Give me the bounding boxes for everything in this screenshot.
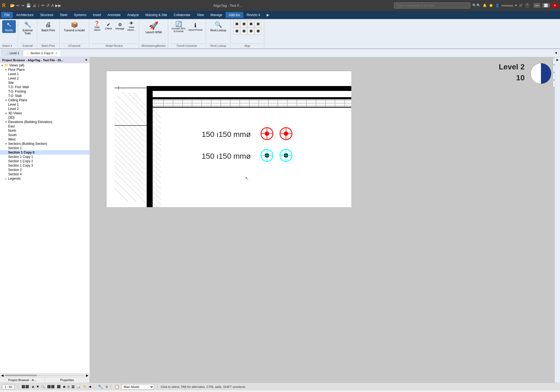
align-btn-3[interactable]: ⬛ [248, 21, 254, 27]
menu-manage[interactable]: Manage [207, 12, 225, 18]
menu-systems[interactable]: Systems [70, 12, 90, 18]
status-icon-view2[interactable]: ⬛ [57, 385, 61, 388]
status-icon-measure[interactable]: 📏 [83, 385, 87, 388]
scroll-left-icon[interactable]: ◀ [1, 373, 4, 377]
user-dropdown-icon[interactable]: ▾ [515, 4, 517, 7]
menu-architecture[interactable]: Architecture [13, 12, 37, 18]
tree-north[interactable]: North [0, 128, 90, 133]
tree-legends[interactable]: ▷ Legends [0, 176, 90, 181]
status-icon-view1[interactable]: ⬛⬛ [47, 385, 55, 388]
tree-south[interactable]: South [0, 133, 90, 137]
tree-section1copy0[interactable]: Section 1 Copy 0 [0, 150, 90, 155]
tab-close-button[interactable]: ✕ [55, 52, 57, 55]
tree-toslab[interactable]: T.O. Slab [0, 94, 90, 98]
tree-level2-cp[interactable]: Level 2 [0, 107, 90, 111]
open-icon[interactable]: 📂 [10, 3, 15, 8]
menu-structure[interactable]: Structure [37, 12, 57, 18]
status-icon-screen[interactable]: 🖥 [31, 385, 34, 388]
menu-more[interactable]: ▶ [263, 12, 272, 18]
tree-section1copy1[interactable]: Section 1 Copy 1 [0, 155, 90, 159]
tab-collapse-icon[interactable]: ▼ [553, 50, 559, 56]
search-input[interactable] [394, 2, 470, 8]
rotate-icon[interactable]: ↺ [46, 3, 50, 8]
menu-insert[interactable]: Insert [90, 12, 104, 18]
status-icon-analysis[interactable]: 📊 [77, 385, 81, 388]
tree-3d[interactable]: {3D} [0, 115, 90, 120]
align-btn-2[interactable]: ⬛ [241, 21, 247, 27]
menu-revizto[interactable]: Revizto 4 [243, 12, 263, 18]
align-btn-4[interactable]: ⬛ [255, 21, 261, 27]
tab-level1[interactable]: ⬜ Level 1 [1, 50, 23, 56]
text-icon[interactable]: A [51, 3, 54, 8]
drawing-canvas[interactable]: 150 ı150 mmø 150 ı150 mmø ↖ [106, 71, 351, 207]
tree-3d-views[interactable]: ▼ 3D Views [0, 111, 90, 115]
pb-close-icon[interactable]: ✕ [85, 58, 87, 62]
scroll-right-icon[interactable]: ▶ [86, 373, 88, 377]
align-btn-7[interactable]: ⬛ [248, 28, 254, 34]
status-icon-shadow[interactable]: ◉ [63, 385, 66, 388]
tree-section1copy2[interactable]: Section 1 Copy 2 [0, 159, 90, 163]
tab-section1copy0[interactable]: ◇ Section 1 Copy 0 ✕ [23, 50, 61, 56]
tree-site-fp[interactable]: Site [0, 81, 90, 85]
menu-addins[interactable]: Add-Ins [226, 12, 243, 18]
save-icon[interactable]: 💾 [26, 3, 31, 8]
manage-review-button[interactable]: ⚙ Manage [114, 20, 125, 32]
tree-elevations[interactable]: ▼ Elevations (Building Elevation) [0, 120, 90, 124]
status-icon-zoom[interactable]: 🔍 [41, 385, 45, 388]
align-btn-1[interactable]: ⬛ [233, 21, 240, 27]
print-icon[interactable]: 🖨 [32, 3, 36, 8]
close-button[interactable]: ✕ [552, 3, 558, 8]
status-icon-crop[interactable]: 0 [68, 385, 69, 388]
tree-tofooting[interactable]: T.O. Footing [0, 89, 90, 94]
status-icon-worksets[interactable]: 🖼 [72, 385, 75, 388]
tree-sections[interactable]: ▼ Sections (Building Section) [0, 142, 90, 146]
notification-icon[interactable]: 🔔 [483, 4, 487, 7]
tree-floor-plans[interactable]: ▼ Floor Plans [0, 68, 90, 72]
pb-horizontal-scroll[interactable]: ◀ ▶ [0, 373, 90, 377]
tree-section2[interactable]: Section 2 [0, 168, 90, 172]
menu-view[interactable]: View [194, 12, 207, 18]
align-btn-8[interactable]: ⬛ [255, 28, 261, 34]
tree-section1[interactable]: Section 1 [0, 146, 90, 150]
menu-massing[interactable]: Massing & Site [142, 12, 170, 18]
pb-tab-properties[interactable]: Properties [45, 377, 90, 383]
status-model-icon[interactable]: 📋 [115, 385, 119, 389]
status-icon-expand[interactable]: ◀ [89, 385, 91, 388]
tree-level1-cp[interactable]: Level 1 [0, 102, 90, 107]
measure-icon[interactable]: ↕ [38, 3, 40, 8]
undo-icon[interactable]: ↩ [16, 3, 20, 8]
check-button[interactable]: ✔ Check [103, 20, 114, 32]
modify-button[interactable]: ↖ Modify [2, 20, 16, 33]
menu-annotate[interactable]: Annotate [104, 12, 124, 18]
tree-ceiling-plans[interactable]: ▼ Ceiling Plans [0, 98, 90, 102]
tree-tofndwall[interactable]: T.O. Fnd. Wall [0, 85, 90, 89]
tree-views-all[interactable]: ▼ 📁 Views (all) [0, 63, 90, 68]
about-formit-button[interactable]: ℹ About FormIt [187, 20, 204, 33]
menu-analyze[interactable]: Analyze [124, 12, 142, 18]
scale-display[interactable]: 1 : 50 [2, 384, 15, 389]
sidebar-collapse-icon[interactable]: ▶ [556, 58, 559, 61]
tree-section4[interactable]: Section 4 [0, 172, 90, 176]
redo-icon[interactable]: ↪ [21, 3, 24, 8]
favorites-icon[interactable]: ⭐ [489, 4, 493, 7]
tree-east[interactable]: East [0, 124, 90, 128]
tree-level2-fp[interactable]: Level 2 [0, 76, 90, 81]
tree-section1copy3[interactable]: Section 1 Copy 3 [0, 163, 90, 168]
pb-tab-browser[interactable]: Project Browser - A... [0, 377, 45, 383]
status-icon-grid[interactable]: ⬛⬛ [21, 385, 29, 388]
transmit-button[interactable]: 📦 Transmit a model [62, 20, 87, 33]
external-tools-button[interactable]: 🔧 ExternalTools [20, 20, 35, 36]
tree-west[interactable]: West [0, 137, 90, 142]
forward-icon[interactable]: ▶▶ [55, 3, 61, 8]
status-icon-crosshair[interactable]: ✖ [36, 385, 39, 388]
nav-cube[interactable] [530, 63, 552, 84]
convert-rfa-button[interactable]: 🔄 Convert RFAto FormIt [170, 20, 187, 33]
revit-lookup-button[interactable]: 🔍 Revit Lookup [208, 20, 228, 33]
menu-steel[interactable]: Steel [57, 12, 70, 18]
cart-icon[interactable]: 🛒 [519, 4, 523, 7]
user-icon[interactable]: 👤 [495, 4, 499, 7]
launch-wsm-button[interactable]: 🚀 Launch WSM [143, 20, 164, 35]
search-results-icon[interactable]: 🔍🔍 [472, 4, 481, 7]
status-workset-icon[interactable]: 🔧 [98, 384, 103, 389]
align-btn-6[interactable]: ⬛ [241, 28, 247, 34]
